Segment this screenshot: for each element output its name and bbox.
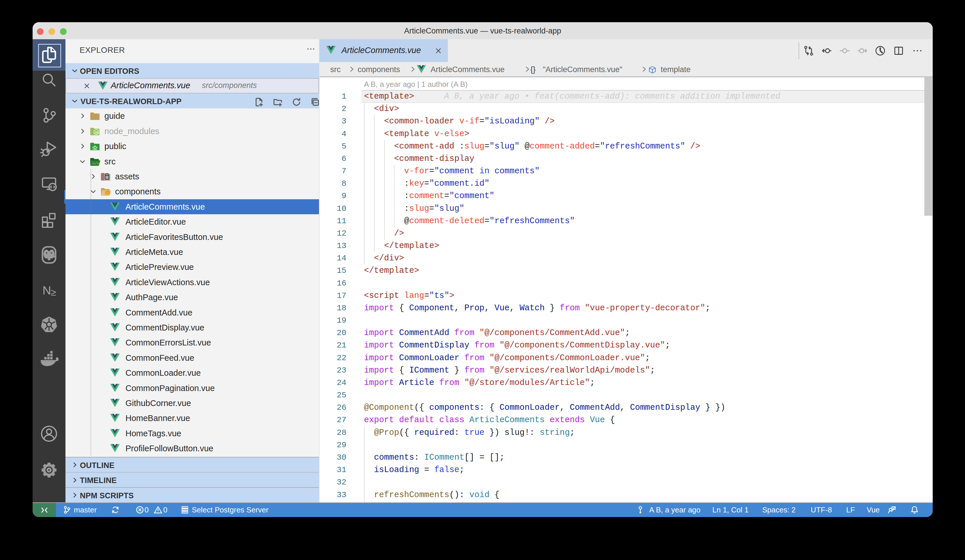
svg-text:JS: JS xyxy=(95,131,98,134)
svg-text:</>: </> xyxy=(92,162,99,166)
svg-text:≥: ≥ xyxy=(51,287,56,297)
svg-text:N: N xyxy=(43,284,51,297)
